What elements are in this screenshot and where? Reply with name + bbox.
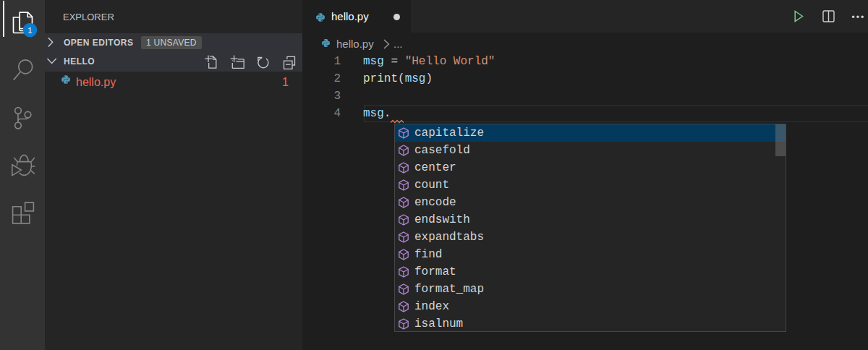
svg-text:1: 1 bbox=[27, 26, 32, 35]
